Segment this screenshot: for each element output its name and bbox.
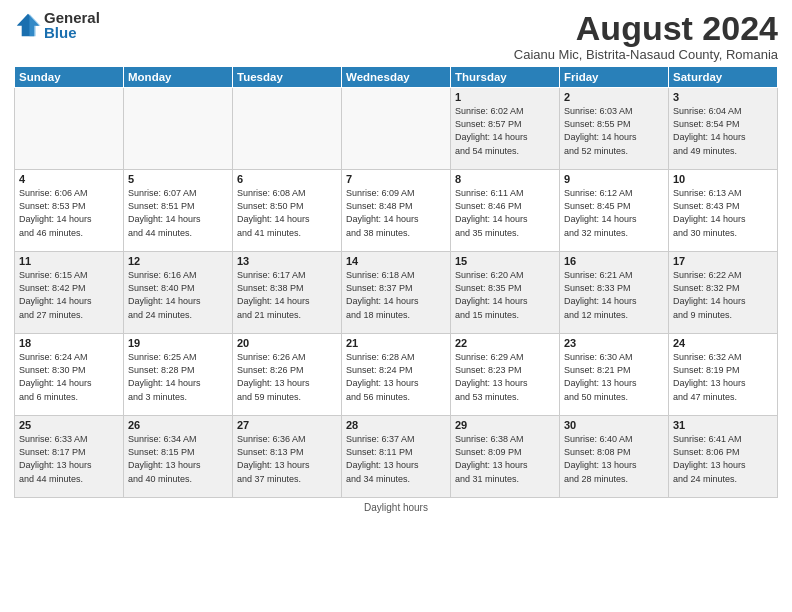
day-info: Sunrise: 6:28 AM Sunset: 8:24 PM Dayligh… — [346, 351, 446, 403]
calendar-cell: 7Sunrise: 6:09 AM Sunset: 8:48 PM Daylig… — [342, 170, 451, 252]
calendar-week-5: 25Sunrise: 6:33 AM Sunset: 8:17 PM Dayli… — [15, 416, 778, 498]
calendar-header-row: SundayMondayTuesdayWednesdayThursdayFrid… — [15, 67, 778, 88]
calendar-cell: 20Sunrise: 6:26 AM Sunset: 8:26 PM Dayli… — [233, 334, 342, 416]
day-info: Sunrise: 6:40 AM Sunset: 8:08 PM Dayligh… — [564, 433, 664, 485]
day-number: 20 — [237, 337, 337, 349]
calendar-header-wednesday: Wednesday — [342, 67, 451, 88]
day-number: 21 — [346, 337, 446, 349]
day-number: 16 — [564, 255, 664, 267]
day-info: Sunrise: 6:30 AM Sunset: 8:21 PM Dayligh… — [564, 351, 664, 403]
day-number: 31 — [673, 419, 773, 431]
calendar-cell: 2Sunrise: 6:03 AM Sunset: 8:55 PM Daylig… — [560, 88, 669, 170]
day-number: 2 — [564, 91, 664, 103]
day-info: Sunrise: 6:13 AM Sunset: 8:43 PM Dayligh… — [673, 187, 773, 239]
day-info: Sunrise: 6:04 AM Sunset: 8:54 PM Dayligh… — [673, 105, 773, 157]
day-info: Sunrise: 6:18 AM Sunset: 8:37 PM Dayligh… — [346, 269, 446, 321]
calendar-header-tuesday: Tuesday — [233, 67, 342, 88]
day-info: Sunrise: 6:02 AM Sunset: 8:57 PM Dayligh… — [455, 105, 555, 157]
day-info: Sunrise: 6:36 AM Sunset: 8:13 PM Dayligh… — [237, 433, 337, 485]
logo-general-text: General — [44, 10, 100, 25]
footer: Daylight hours — [14, 502, 778, 513]
calendar-cell: 12Sunrise: 6:16 AM Sunset: 8:40 PM Dayli… — [124, 252, 233, 334]
logo-icon — [14, 11, 42, 39]
calendar-cell: 26Sunrise: 6:34 AM Sunset: 8:15 PM Dayli… — [124, 416, 233, 498]
calendar-cell: 23Sunrise: 6:30 AM Sunset: 8:21 PM Dayli… — [560, 334, 669, 416]
day-info: Sunrise: 6:15 AM Sunset: 8:42 PM Dayligh… — [19, 269, 119, 321]
calendar-cell: 28Sunrise: 6:37 AM Sunset: 8:11 PM Dayli… — [342, 416, 451, 498]
calendar-cell: 29Sunrise: 6:38 AM Sunset: 8:09 PM Dayli… — [451, 416, 560, 498]
calendar-cell — [124, 88, 233, 170]
day-info: Sunrise: 6:25 AM Sunset: 8:28 PM Dayligh… — [128, 351, 228, 403]
calendar-cell — [233, 88, 342, 170]
day-number: 6 — [237, 173, 337, 185]
calendar-cell: 19Sunrise: 6:25 AM Sunset: 8:28 PM Dayli… — [124, 334, 233, 416]
day-number: 7 — [346, 173, 446, 185]
day-info: Sunrise: 6:06 AM Sunset: 8:53 PM Dayligh… — [19, 187, 119, 239]
day-number: 4 — [19, 173, 119, 185]
day-info: Sunrise: 6:17 AM Sunset: 8:38 PM Dayligh… — [237, 269, 337, 321]
month-title: August 2024 — [514, 10, 778, 47]
calendar-cell: 30Sunrise: 6:40 AM Sunset: 8:08 PM Dayli… — [560, 416, 669, 498]
calendar-cell: 21Sunrise: 6:28 AM Sunset: 8:24 PM Dayli… — [342, 334, 451, 416]
calendar-cell: 22Sunrise: 6:29 AM Sunset: 8:23 PM Dayli… — [451, 334, 560, 416]
calendar-header-sunday: Sunday — [15, 67, 124, 88]
calendar-cell: 3Sunrise: 6:04 AM Sunset: 8:54 PM Daylig… — [669, 88, 778, 170]
day-number: 28 — [346, 419, 446, 431]
day-number: 14 — [346, 255, 446, 267]
day-info: Sunrise: 6:24 AM Sunset: 8:30 PM Dayligh… — [19, 351, 119, 403]
calendar-header-friday: Friday — [560, 67, 669, 88]
page: General Blue August 2024 Caianu Mic, Bis… — [0, 0, 792, 612]
header: General Blue August 2024 Caianu Mic, Bis… — [14, 10, 778, 62]
calendar-cell: 11Sunrise: 6:15 AM Sunset: 8:42 PM Dayli… — [15, 252, 124, 334]
day-number: 3 — [673, 91, 773, 103]
day-number: 23 — [564, 337, 664, 349]
day-number: 18 — [19, 337, 119, 349]
title-block: August 2024 Caianu Mic, Bistrita-Nasaud … — [514, 10, 778, 62]
day-info: Sunrise: 6:41 AM Sunset: 8:06 PM Dayligh… — [673, 433, 773, 485]
day-info: Sunrise: 6:22 AM Sunset: 8:32 PM Dayligh… — [673, 269, 773, 321]
calendar-cell: 24Sunrise: 6:32 AM Sunset: 8:19 PM Dayli… — [669, 334, 778, 416]
day-info: Sunrise: 6:08 AM Sunset: 8:50 PM Dayligh… — [237, 187, 337, 239]
calendar-week-3: 11Sunrise: 6:15 AM Sunset: 8:42 PM Dayli… — [15, 252, 778, 334]
logo-blue-text: Blue — [44, 25, 100, 40]
day-number: 1 — [455, 91, 555, 103]
day-info: Sunrise: 6:16 AM Sunset: 8:40 PM Dayligh… — [128, 269, 228, 321]
day-number: 24 — [673, 337, 773, 349]
calendar-header-monday: Monday — [124, 67, 233, 88]
day-number: 27 — [237, 419, 337, 431]
day-number: 26 — [128, 419, 228, 431]
day-info: Sunrise: 6:09 AM Sunset: 8:48 PM Dayligh… — [346, 187, 446, 239]
calendar-cell: 8Sunrise: 6:11 AM Sunset: 8:46 PM Daylig… — [451, 170, 560, 252]
day-info: Sunrise: 6:32 AM Sunset: 8:19 PM Dayligh… — [673, 351, 773, 403]
calendar-cell: 25Sunrise: 6:33 AM Sunset: 8:17 PM Dayli… — [15, 416, 124, 498]
calendar-cell: 18Sunrise: 6:24 AM Sunset: 8:30 PM Dayli… — [15, 334, 124, 416]
day-info: Sunrise: 6:07 AM Sunset: 8:51 PM Dayligh… — [128, 187, 228, 239]
day-number: 30 — [564, 419, 664, 431]
day-info: Sunrise: 6:38 AM Sunset: 8:09 PM Dayligh… — [455, 433, 555, 485]
day-number: 22 — [455, 337, 555, 349]
day-number: 19 — [128, 337, 228, 349]
calendar-week-1: 1Sunrise: 6:02 AM Sunset: 8:57 PM Daylig… — [15, 88, 778, 170]
calendar-cell — [15, 88, 124, 170]
calendar-cell: 5Sunrise: 6:07 AM Sunset: 8:51 PM Daylig… — [124, 170, 233, 252]
day-info: Sunrise: 6:21 AM Sunset: 8:33 PM Dayligh… — [564, 269, 664, 321]
day-info: Sunrise: 6:20 AM Sunset: 8:35 PM Dayligh… — [455, 269, 555, 321]
day-info: Sunrise: 6:12 AM Sunset: 8:45 PM Dayligh… — [564, 187, 664, 239]
calendar-cell: 10Sunrise: 6:13 AM Sunset: 8:43 PM Dayli… — [669, 170, 778, 252]
calendar-cell: 4Sunrise: 6:06 AM Sunset: 8:53 PM Daylig… — [15, 170, 124, 252]
day-number: 8 — [455, 173, 555, 185]
logo: General Blue — [14, 10, 100, 40]
calendar-cell: 1Sunrise: 6:02 AM Sunset: 8:57 PM Daylig… — [451, 88, 560, 170]
calendar-cell: 16Sunrise: 6:21 AM Sunset: 8:33 PM Dayli… — [560, 252, 669, 334]
day-number: 15 — [455, 255, 555, 267]
calendar-table: SundayMondayTuesdayWednesdayThursdayFrid… — [14, 66, 778, 498]
calendar-week-2: 4Sunrise: 6:06 AM Sunset: 8:53 PM Daylig… — [15, 170, 778, 252]
day-number: 29 — [455, 419, 555, 431]
day-number: 11 — [19, 255, 119, 267]
day-info: Sunrise: 6:11 AM Sunset: 8:46 PM Dayligh… — [455, 187, 555, 239]
calendar-header-thursday: Thursday — [451, 67, 560, 88]
calendar-cell: 15Sunrise: 6:20 AM Sunset: 8:35 PM Dayli… — [451, 252, 560, 334]
day-info: Sunrise: 6:34 AM Sunset: 8:15 PM Dayligh… — [128, 433, 228, 485]
calendar-cell: 9Sunrise: 6:12 AM Sunset: 8:45 PM Daylig… — [560, 170, 669, 252]
daylight-label: Daylight hours — [364, 502, 428, 513]
